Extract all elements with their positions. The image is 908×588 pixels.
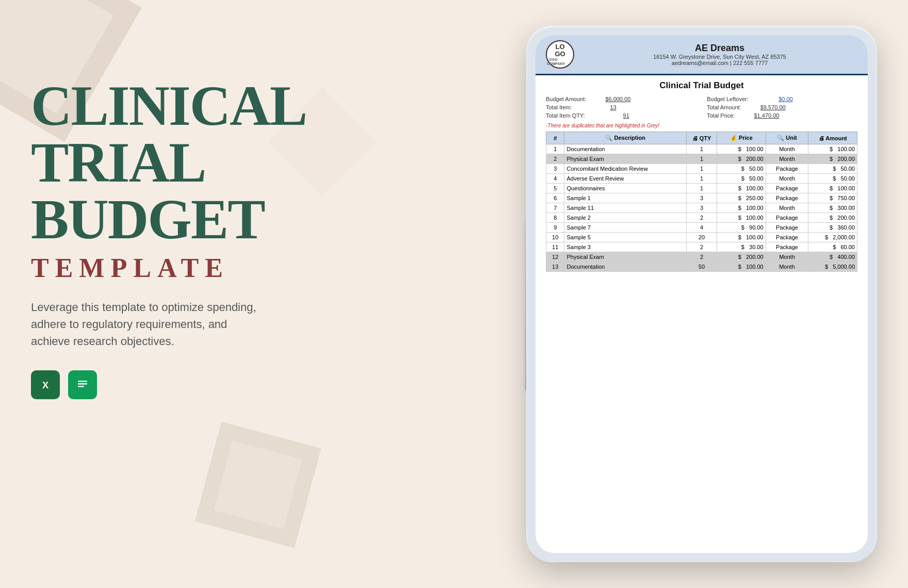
cell-price: $ 100.00 [717, 144, 766, 154]
cell-num: 3 [546, 164, 564, 174]
cell-desc: Sample 11 [564, 203, 686, 213]
cell-qty: 20 [686, 233, 717, 242]
cell-num: 10 [546, 233, 564, 242]
company-header: LO GO LOGO COMPANY AE Dreams 16154 W. Gr… [536, 35, 868, 75]
duplicate-notice: -There are duplicates that are highlight… [546, 123, 857, 128]
tablet: LO GO LOGO COMPANY AE Dreams 16154 W. Gr… [526, 26, 877, 562]
cell-amount: $ 400.00 [808, 252, 857, 262]
table-row: 2 Physical Exam 1 $ 200.00 Month $ 200.0… [546, 154, 857, 164]
sheets-icon[interactable] [68, 370, 97, 399]
cell-desc: Sample 5 [564, 233, 686, 242]
total-qty-row: Total Item QTY: 91 [546, 112, 696, 119]
cell-desc: Sample 2 [564, 213, 686, 223]
cell-amount: $ 100.00 [808, 184, 857, 193]
search-icon: 🔍 [605, 135, 612, 141]
cell-num: 11 [546, 242, 564, 252]
cell-price: $ 250.00 [717, 193, 766, 203]
cell-desc: Questionnaires [564, 184, 686, 193]
cell-unit: Package [766, 213, 808, 223]
table-row: 3 Concomitant Medication Review 1 $ 50.0… [546, 164, 857, 174]
table-row: 6 Sample 1 3 $ 250.00 Package $ 750.00 [546, 193, 857, 203]
cell-price: $ 100.00 [717, 184, 766, 193]
cell-amount: $ 100.00 [808, 144, 857, 154]
table-row: 1 Documentation 1 $ 100.00 Month $ 100.0… [546, 144, 857, 154]
cell-num: 4 [546, 174, 564, 184]
cell-amount: $ 200.00 [808, 154, 857, 164]
cell-price: $ 200.00 [717, 252, 766, 262]
cell-unit: Month [766, 144, 808, 154]
cell-unit: Month [766, 262, 808, 272]
unit-icon: 🔍 [777, 135, 784, 141]
total-price-row: Total Price: $1,470.00 [707, 112, 857, 119]
cell-price: $ 90.00 [717, 223, 766, 233]
app-icons: X [31, 370, 320, 399]
cell-unit: Package [766, 233, 808, 242]
cell-amount: $ 200.00 [808, 213, 857, 223]
summary-grid: Budget Amount: $6,000.00 Budget Leftover… [546, 96, 857, 119]
cell-unit: Package [766, 242, 808, 252]
svg-rect-4 [78, 383, 87, 385]
cell-qty: 1 [686, 164, 717, 174]
cell-amount: $ 50.00 [808, 174, 857, 184]
cell-price: $ 200.00 [717, 154, 766, 164]
cell-desc: Sample 3 [564, 242, 686, 252]
cell-unit: Month [766, 252, 808, 262]
cell-num: 9 [546, 223, 564, 233]
cell-unit: Package [766, 164, 808, 174]
cell-amount: $ 2,000.00 [808, 233, 857, 242]
table-row: 10 Sample 5 20 $ 100.00 Package $ 2,000.… [546, 233, 857, 242]
cell-num: 2 [546, 154, 564, 164]
cell-num: 7 [546, 203, 564, 213]
svg-rect-3 [78, 381, 87, 382]
th-amount: 🖨 Amount [808, 132, 857, 144]
budget-leftover-row: Budget Leftover: $0.00 [707, 96, 857, 102]
cell-price: $ 100.00 [717, 233, 766, 242]
main-title: CLINICAL TRIAL BUDGET [31, 77, 320, 248]
table-row: 13 Documentation 50 $ 100.00 Month $ 5,0… [546, 262, 857, 272]
excel-icon[interactable]: X [31, 370, 60, 399]
cell-price: $ 100.00 [717, 203, 766, 213]
cell-amount: $ 50.00 [808, 164, 857, 174]
total-item-row: Total Item: 13 [546, 104, 696, 110]
cell-desc: Physical Exam [564, 154, 686, 164]
cell-num: 6 [546, 193, 564, 203]
cell-qty: 1 [686, 154, 717, 164]
cell-amount: $ 750.00 [808, 193, 857, 203]
cell-qty: 2 [686, 242, 717, 252]
cell-num: 12 [546, 252, 564, 262]
cell-desc: Documentation [564, 262, 686, 272]
price-icon: 💰 [730, 135, 737, 141]
cell-price: $ 100.00 [717, 213, 766, 223]
company-contact: aedreams@email.com | 222 555 7777 [582, 60, 857, 66]
cell-price: $ 100.00 [717, 262, 766, 272]
cell-qty: 50 [686, 262, 717, 272]
cell-qty: 2 [686, 252, 717, 262]
tablet-screen: LO GO LOGO COMPANY AE Dreams 16154 W. Gr… [536, 35, 868, 553]
cell-qty: 3 [686, 203, 717, 213]
budget-amount-row: Budget Amount: $6,000.00 [546, 96, 696, 102]
logo-box: LO GO LOGO COMPANY [546, 40, 574, 69]
left-panel: CLINICAL TRIAL BUDGET TEMPLATE Leverage … [31, 77, 320, 399]
th-qty: 🖨 QTY [686, 132, 717, 144]
doc-body: Clinical Trial Budget Budget Amount: $6,… [536, 75, 868, 553]
cell-price: $ 30.00 [717, 242, 766, 252]
description-text: Leverage this template to optimize spend… [31, 299, 258, 350]
cell-unit: Month [766, 154, 808, 164]
cell-unit: Month [766, 174, 808, 184]
cell-qty: 1 [686, 144, 717, 154]
th-num: # [546, 132, 564, 144]
cell-amount: $ 360.00 [808, 223, 857, 233]
doc-title: Clinical Trial Budget [546, 80, 857, 91]
cell-amount: $ 300.00 [808, 203, 857, 213]
cell-num: 1 [546, 144, 564, 154]
amount-icon: 🖨 [819, 135, 824, 141]
total-amount-row: Total Amount: $9,570.00 [707, 104, 857, 110]
cell-qty: 1 [686, 184, 717, 193]
table-row: 4 Adverse Event Review 1 $ 50.00 Month $… [546, 174, 857, 184]
company-address: 16154 W. Greystone Drive, Sun City West,… [582, 54, 857, 60]
company-info: AE Dreams 16154 W. Greystone Drive, Sun … [582, 43, 857, 66]
table-row: 9 Sample 7 4 $ 90.00 Package $ 360.00 [546, 223, 857, 233]
svg-text:X: X [42, 380, 48, 390]
sub-title: TEMPLATE [31, 253, 320, 283]
cell-desc: Documentation [564, 144, 686, 154]
